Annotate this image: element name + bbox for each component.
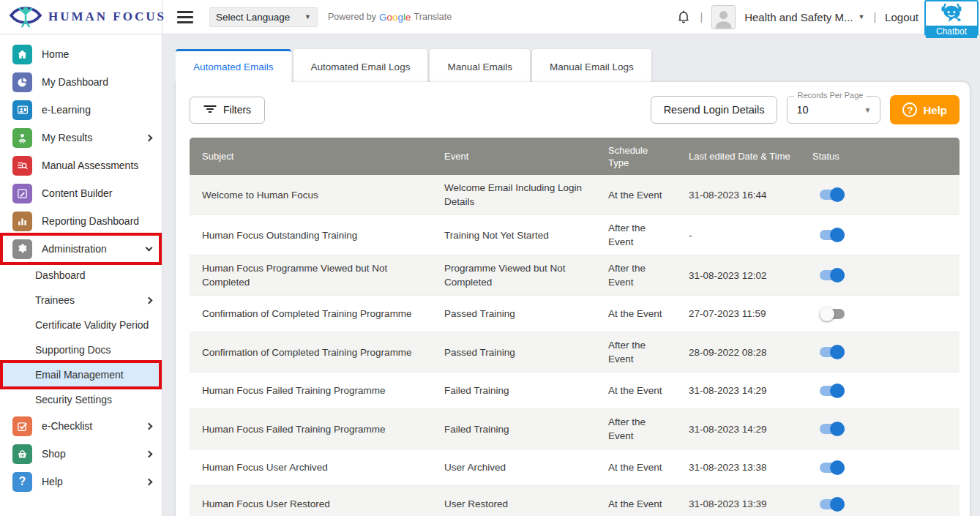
column-header-last-edited: Last edited Date & Time [676,146,800,167]
sidebar-item-label: My Dashboard [42,76,108,88]
pie-chart-icon [12,72,32,92]
header-divider: | [873,11,876,23]
table-row: Human Focus User Archived User Archived … [190,449,960,486]
resend-login-details-button[interactable]: Resend Login Details [651,96,778,124]
table-row: Human Focus Failed Training Programme Fa… [190,409,960,449]
sidebar-item-my-results[interactable]: My Results [0,124,162,152]
table-row: Confirmation of Completed Training Progr… [190,332,960,373]
status-toggle[interactable] [820,497,845,512]
chevron-right-icon [146,422,153,430]
table-row: Human Focus Outstanding Training Trainin… [190,215,960,255]
help-button[interactable]: ? Help [890,95,960,124]
records-per-page-select[interactable]: Records Per Page 10 ▼ [787,96,880,124]
sidebar-subitem-label: Supporting Docs [35,344,111,356]
sidebar-item-content-builder[interactable]: Content Builder [0,179,162,207]
status-toggle[interactable] [820,345,845,359]
chevron-down-icon: ▼ [864,106,872,114]
sidebar-subitem-email-management[interactable]: Email Management [0,362,162,387]
user-menu[interactable]: Health and Safety M... ▼ [744,11,864,23]
sidebar-subitem-label: Security Settings [35,394,112,405]
sidebar-item-reporting-dashboard[interactable]: Reporting Dashboard [0,207,162,235]
question-mark-icon: ? [12,472,32,492]
column-header-status: Status [800,146,960,167]
sidebar-subitem-dashboard[interactable]: Dashboard [0,263,162,288]
sidebar-item-shop[interactable]: Shop [0,440,162,468]
column-header-event: Event [432,146,596,167]
sidebar-item-label: Home [42,48,69,60]
status-toggle[interactable] [820,460,845,475]
sidebar-item-label: e-Checklist [42,420,92,432]
filters-label: Filters [223,104,251,116]
shopping-basket-icon [12,444,32,464]
status-toggle[interactable] [820,307,845,321]
toolbar: Filters Resend Login Details Records Per… [176,82,970,138]
status-toggle[interactable] [820,268,845,283]
column-header-subject: Subject [190,146,432,167]
tab-manual-emails[interactable]: Manual Emails [430,49,530,82]
table-row: Welcome to Human Focus Welcome Email Inc… [190,175,960,215]
sidebar-item-label: Content Builder [42,187,113,199]
status-toggle[interactable] [820,384,845,398]
table-row: Confirmation of Completed Training Progr… [190,296,960,332]
sidebar-subitem-label: Dashboard [35,269,86,281]
table-row: Human Focus Failed Training Programme Fa… [190,373,960,409]
sidebar-item-label: Help [42,476,63,487]
chatbot-icon [939,4,964,26]
automated-emails-table: Subject Event Schedule Type Last edited … [190,138,960,516]
sidebar-item-administration[interactable]: Administration [0,235,162,263]
sidebar-item-my-dashboard[interactable]: My Dashboard [0,68,162,96]
sidebar-subitem-certificate-validity-period[interactable]: Certificate Validity Period [0,313,162,337]
chevron-right-icon [146,296,153,304]
chatbot-button[interactable]: Chatbot [924,0,979,36]
language-select-value: Select Language [216,12,290,23]
language-select[interactable]: Select Language ▼ [209,7,318,27]
content-card: Filters Resend Login Details Records Per… [176,82,970,516]
sidebar-subitem-trainees[interactable]: Trainees [0,288,162,313]
tab-bar: Automated Emails Automated Email Logs Ma… [176,49,970,82]
sidebar-item-label: Manual Assessments [42,160,138,171]
tab-automated-emails[interactable]: Automated Emails [176,49,291,82]
people-screen-icon [12,100,32,120]
sidebar-item-e-learning[interactable]: e-Learning [0,96,162,124]
sidebar-item-label: e-Learning [42,104,91,116]
sidebar-subitem-supporting-docs[interactable]: Supporting Docs [0,337,162,362]
sidebar-subitem-label: Email Management [35,369,124,381]
sidebar-nav: Home My Dashboard e-Learning [0,34,162,516]
filter-list-icon [203,104,217,116]
records-per-page-label: Records Per Page [794,91,866,100]
sidebar-item-label: Administration [42,243,107,255]
tab-automated-email-logs[interactable]: Automated Email Logs [293,49,428,82]
sidebar-item-e-checklist[interactable]: e-Checklist [0,412,162,440]
gear-icon [12,239,32,259]
top-header: HUMAN FOCUS Select Language ▼ Powered by… [0,0,980,34]
table-header-row: Subject Event Schedule Type Last edited … [190,138,960,175]
chevron-right-icon [146,478,153,485]
tab-manual-email-logs[interactable]: Manual Email Logs [532,49,651,82]
sidebar-item-help[interactable]: ? Help [0,468,162,496]
user-avatar[interactable] [711,5,736,29]
table-row: Human Focus Programme Viewed but Not Com… [190,255,960,296]
sidebar-subitem-label: Certificate Validity Period [35,319,149,331]
logout-link[interactable]: Logout [885,11,919,23]
sidebar-subitem-security-settings[interactable]: Security Settings [0,387,162,412]
status-toggle[interactable] [820,187,845,202]
table-row: Human Focus User Restored User Restored … [190,486,960,516]
human-focus-eye-logo-icon [9,2,42,31]
edit-square-icon [12,184,32,203]
sidebar-item-home[interactable]: Home [0,40,162,68]
filters-button[interactable]: Filters [190,97,265,124]
brand-logo[interactable]: HUMAN FOCUS [0,0,162,34]
sidebar-item-label: Reporting Dashboard [42,215,139,227]
home-icon [12,45,32,64]
hamburger-menu-icon[interactable] [177,11,193,23]
google-translate-attribution: Powered by Google Translate [328,12,452,23]
status-toggle[interactable] [820,228,845,242]
sidebar-item-manual-assessments[interactable]: Manual Assessments [0,152,162,179]
chevron-down-icon: ▼ [304,13,311,20]
notification-bell-icon[interactable] [676,9,691,25]
person-award-icon [12,128,32,148]
sidebar-subitem-label: Trainees [35,294,75,306]
column-header-schedule-type: Schedule Type [596,140,676,173]
status-toggle[interactable] [820,422,845,436]
chevron-right-icon [146,450,153,457]
